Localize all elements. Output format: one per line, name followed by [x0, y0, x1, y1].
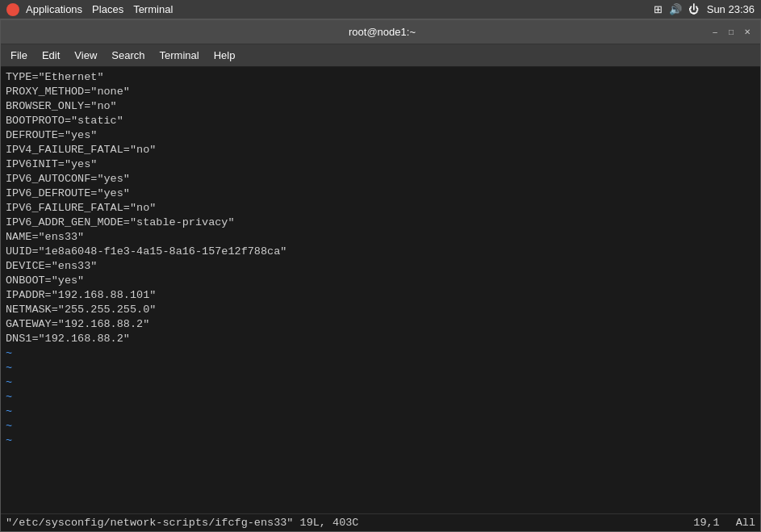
- terminal-menu[interactable]: Terminal: [130, 3, 176, 15]
- clock: Sun 23:36: [707, 3, 755, 15]
- status-bar: "/etc/sysconfig/network-scripts/ifcfg-en…: [1, 513, 760, 531]
- applications-menu[interactable]: Applications: [23, 3, 86, 15]
- terminal-window: root@node1:~ – □ ✕ File Edit View Search…: [0, 19, 761, 532]
- file-menu[interactable]: File: [4, 47, 34, 64]
- system-bar-right: ⊞ 🔊 ⏻ Sun 23:36: [654, 3, 755, 15]
- title-bar: root@node1:~ – □ ✕: [1, 20, 760, 44]
- view-menu[interactable]: View: [68, 47, 103, 64]
- cursor-position: 19,1: [693, 517, 719, 529]
- terminal-menu-item[interactable]: Terminal: [153, 47, 206, 64]
- window-title: root@node1:~: [56, 26, 709, 38]
- sys-icons: ⊞ 🔊 ⏻: [654, 3, 699, 15]
- power-icon[interactable]: ⏻: [688, 3, 699, 15]
- scroll-position: All: [736, 517, 755, 529]
- file-info: "/etc/sysconfig/network-scripts/ifcfg-en…: [6, 517, 693, 529]
- maximize-button[interactable]: □: [725, 26, 738, 39]
- system-bar-left: Applications Places Terminal: [6, 3, 176, 16]
- help-menu[interactable]: Help: [207, 47, 242, 64]
- network-icon[interactable]: ⊞: [654, 3, 663, 15]
- system-bar: Applications Places Terminal ⊞ 🔊 ⏻ Sun 2…: [0, 0, 761, 19]
- volume-icon[interactable]: 🔊: [669, 3, 682, 15]
- minimize-button[interactable]: –: [709, 26, 721, 39]
- edit-menu[interactable]: Edit: [36, 47, 66, 64]
- gnome-icon: [6, 3, 19, 16]
- close-button[interactable]: ✕: [741, 26, 754, 39]
- search-menu[interactable]: Search: [105, 47, 151, 64]
- terminal-content[interactable]: TYPE="Ethernet" PROXY_METHOD="none" BROW…: [1, 67, 760, 513]
- menu-bar: File Edit View Search Terminal Help: [1, 44, 760, 67]
- places-menu[interactable]: Places: [89, 3, 127, 15]
- window-controls: – □ ✕: [709, 26, 754, 39]
